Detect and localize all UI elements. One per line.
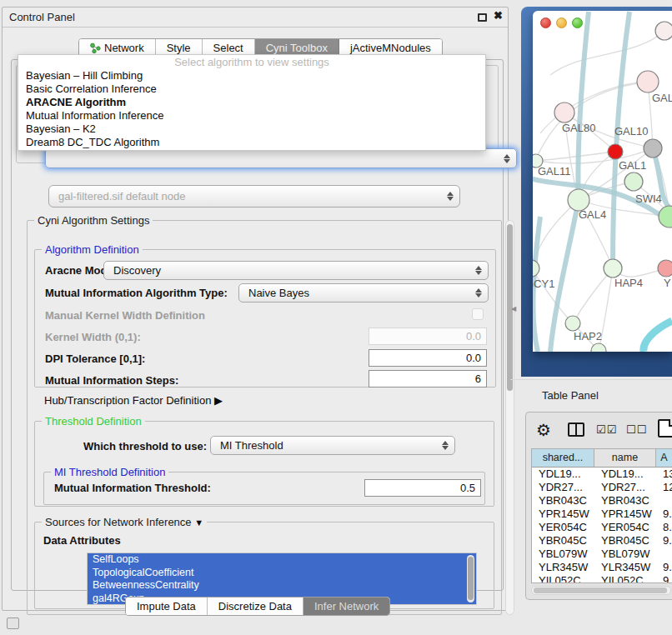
algorithm-option[interactable]: Bayesian – Hill Climbing (18, 69, 485, 82)
mi-steps-field[interactable]: 6 (369, 370, 487, 388)
algorithm-option[interactable]: Mutual Information Inference (18, 109, 485, 122)
table-row[interactable]: YPR145WYPR145W9. (532, 508, 672, 521)
network-node[interactable] (608, 144, 623, 159)
dpi-tolerance-label: DPI Tolerance [0,1]: (45, 352, 145, 365)
column-header-name[interactable]: name (594, 449, 656, 467)
table-row[interactable]: YBL079WYBL079W (532, 548, 672, 561)
table-row[interactable]: YBR045CYBR045C9. (532, 534, 672, 548)
stepper-arrows-icon (439, 441, 452, 450)
table-cell[interactable]: 8. (656, 521, 672, 534)
table-cell[interactable]: YBL079W (594, 548, 656, 561)
table-cell[interactable]: YDL19... (594, 468, 656, 481)
table-row[interactable]: YDL19...YDL19...13 (532, 468, 672, 481)
network-node[interactable] (565, 316, 580, 331)
restore-panel-icon[interactable] (7, 618, 19, 629)
table-row[interactable]: YLR345WYLR345W9. (532, 561, 672, 574)
column-header-partial[interactable]: A (656, 449, 672, 467)
table-cell[interactable]: YBR045C (532, 534, 594, 548)
control-panel-titlebar: Control Panel ✖ (3, 8, 508, 28)
kernel-width-field[interactable]: 0.0 (369, 328, 487, 345)
sources-title-toggle[interactable]: Sources for Network Inference ▼ (42, 516, 207, 528)
export-table-icon[interactable] (658, 419, 672, 438)
mi-type-combo[interactable]: Naive Bayes (238, 283, 489, 302)
cyni-algorithm-settings-group: Cyni Algorithm Settings Algorithm Defini… (27, 220, 502, 615)
aracne-mode-combo[interactable]: Discovery (103, 261, 489, 280)
network-node[interactable] (624, 172, 643, 191)
column-header-shared-name[interactable]: shared... (532, 449, 594, 467)
table-cell[interactable]: YDL19... (532, 468, 594, 481)
list-scrollbar[interactable] (467, 555, 474, 602)
scrollbar-thumb[interactable] (468, 557, 474, 600)
table-row[interactable]: YDR27...YDR27...12 (532, 481, 672, 494)
algorithm-option[interactable]: Basic Correlation Inference (18, 82, 485, 96)
algorithm-dropdown-popup: Select algorithm to view settings Bayesi… (18, 54, 486, 151)
table-cell[interactable]: YIL052C (594, 574, 656, 583)
network-node[interactable] (604, 259, 622, 278)
manual-kernel-checkbox[interactable] (472, 308, 484, 320)
select-all-checkboxes-icon[interactable]: ☑☑ (596, 423, 617, 436)
table-cell[interactable]: YIL052C (532, 574, 594, 583)
table-cell[interactable]: YDR27... (594, 481, 656, 494)
settings-vertical-scrollbar[interactable] (505, 220, 514, 615)
collapse-arrow-icon: ▼ (194, 518, 203, 528)
table-row[interactable]: YIL052CYIL052C9. (532, 574, 672, 583)
table-cell[interactable]: YBL079W (532, 548, 594, 561)
table-row[interactable]: YER054CYER054C8. (532, 521, 672, 534)
splitter-collapse-icon[interactable]: ◀ (511, 305, 516, 312)
table-cell[interactable]: YER054C (594, 521, 656, 534)
network-node-label: GCY1 (533, 278, 554, 290)
table-cell[interactable]: YPR145W (532, 508, 594, 521)
network-table-combo[interactable]: gal-filtered.sif default node (48, 185, 460, 208)
algorithm-select-combo[interactable] (45, 148, 517, 168)
gear-icon[interactable]: ⚙ (536, 420, 551, 440)
table-cell[interactable] (656, 494, 672, 508)
network-node[interactable] (644, 139, 662, 158)
table-cell[interactable]: 13 (656, 468, 672, 481)
network-canvas[interactable]: GALGAL80GAL10GAL11GAL1SWI4GAL4GCY1HAP4YH… (533, 11, 672, 352)
table-cell[interactable]: 9. (656, 561, 672, 574)
table-cell[interactable] (656, 548, 672, 561)
network-node[interactable] (659, 206, 672, 228)
table-cell[interactable]: YLR345W (594, 561, 656, 574)
data-attribute-item[interactable]: SelfLoops (88, 553, 476, 567)
algorithm-definition-group: Algorithm Definition Aracne Mode: Discov… (34, 249, 496, 388)
deselect-all-checkboxes-icon[interactable]: ☐☐ (626, 423, 647, 436)
network-node[interactable] (655, 22, 672, 40)
network-node[interactable] (658, 260, 672, 277)
tab-discretize-data[interactable]: Discretize Data (208, 598, 303, 615)
algorithm-option[interactable]: Bayesian – K2 (18, 122, 485, 136)
network-node[interactable] (637, 71, 659, 92)
table-cell[interactable]: 9. (656, 508, 672, 521)
table-cell[interactable]: 9. (656, 574, 672, 583)
data-attribute-item[interactable]: TopologicalCoefficient (88, 567, 476, 580)
which-threshold-combo[interactable]: MI Threshold (210, 436, 455, 455)
table-cell[interactable]: YBR043C (532, 494, 594, 508)
mi-threshold-field[interactable]: 0.5 (364, 479, 481, 497)
network-node[interactable] (533, 260, 539, 277)
table-cell[interactable]: YDR27... (532, 481, 594, 494)
column-layout-icon[interactable] (568, 422, 584, 437)
network-node-label: HAP4 (614, 277, 643, 289)
network-node[interactable] (554, 102, 574, 122)
table-cell[interactable]: YBR043C (594, 494, 656, 508)
tab-impute-data[interactable]: Impute Data (126, 598, 208, 615)
table-cell[interactable]: YLR345W (532, 561, 594, 574)
table-cell[interactable]: YER054C (532, 521, 594, 534)
tab-infer-network[interactable]: Infer Network (303, 598, 389, 615)
threshold-definition-group: Threshold Definition Which threshold to … (34, 421, 494, 507)
algorithm-option[interactable]: Dream8 DC_TDC Algorithm (18, 136, 485, 149)
table-horizontal-scrollbar[interactable] (531, 586, 671, 595)
float-window-icon[interactable] (478, 13, 487, 22)
table-row[interactable]: YBR043CYBR043C (532, 494, 672, 508)
table-cell[interactable]: YPR145W (594, 508, 656, 521)
dpi-tolerance-field[interactable]: 0.0 (369, 349, 487, 367)
scrollbar-thumb[interactable] (534, 588, 667, 593)
algorithm-option[interactable]: ARACNE Algorithm (18, 96, 485, 109)
table-cell[interactable]: 9. (656, 534, 672, 548)
hub-section-toggle[interactable]: Hub/Transcription Factor Definition ▶ (44, 394, 223, 407)
table-cell[interactable]: 12 (656, 481, 672, 494)
data-attribute-item[interactable]: BetweennessCentrality (88, 579, 476, 592)
table-cell[interactable]: YBR045C (594, 534, 656, 548)
stepper-arrows-icon (472, 266, 485, 275)
close-icon[interactable]: ✖ (494, 9, 503, 22)
